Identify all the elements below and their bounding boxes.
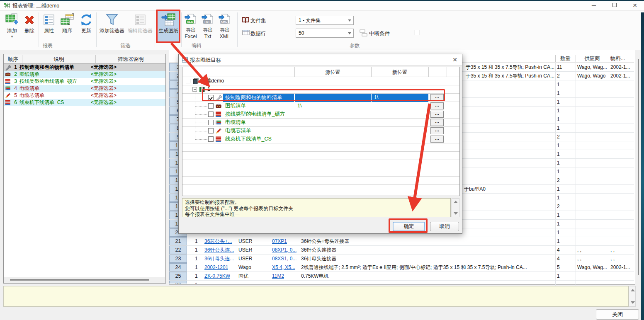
browse-button[interactable]: ...	[430, 102, 444, 109]
fileset-select[interactable]: 1 - 文件集	[296, 16, 354, 25]
report-row-2[interactable]: 2 图纸清单 <无筛选器>	[4, 71, 165, 78]
cell-part-link[interactable]: 2002-1201	[204, 263, 228, 272]
row-description: 电缆芯清单	[19, 92, 44, 99]
cancel-button[interactable]: 取消	[430, 222, 459, 231]
row-order: 1	[11, 64, 17, 71]
row-number-header[interactable]: 22	[169, 246, 187, 254]
col-header-order[interactable]: 顺序	[4, 56, 22, 63]
cell-part-link[interactable]: ZK-0.75KW	[204, 272, 230, 280]
row-number-header[interactable]: 23	[169, 255, 187, 263]
row-number-header[interactable]: 26	[169, 281, 187, 284]
cell-part-link[interactable]: 36针母头连...	[204, 255, 234, 263]
row-number-header[interactable]: 21	[169, 237, 187, 245]
close-button[interactable]: ✕	[626, 1, 644, 10]
cell-description-tail: 于35 x 15 和 35 x 7.5导轨; Push-in CA...	[466, 72, 554, 80]
break-condition-checkbox[interactable]	[415, 30, 420, 35]
report-row-1[interactable]: 1 按制造商和包的物料清单 <无筛选器>	[4, 64, 165, 71]
note-line-1: 选择要绘制的报表配置。	[185, 199, 448, 206]
scroll-up-icon[interactable]	[454, 201, 458, 203]
report-checkbox[interactable]	[208, 120, 214, 125]
table-row[interactable]: 26 1	[169, 281, 634, 284]
cancel-button-label: 取消	[440, 223, 450, 229]
add-report-button[interactable]: 添加 ▼	[3, 12, 21, 50]
table-row[interactable]: 21 1 36芯公头+... USER 07XP1 36针公头+母头连接器 1	[169, 237, 634, 246]
report-row-5[interactable]: 5 电缆芯清单 <无筛选器>	[4, 92, 165, 99]
cell-part-link[interactable]: 36针公头连...	[204, 246, 234, 254]
col-header-part[interactable]: 物料...	[609, 55, 634, 62]
cell-supplier: Wago, Wag...	[577, 63, 607, 71]
cell-device-link[interactable]: 08XS1, 0...	[272, 255, 296, 263]
scroll-down-icon[interactable]	[454, 212, 458, 215]
refresh-button[interactable]: 更新	[78, 12, 95, 50]
cell-quantity: 1	[557, 89, 560, 97]
cell-count: 1	[195, 272, 198, 280]
report-checkbox[interactable]	[208, 112, 214, 117]
browse-button[interactable]: ...	[430, 136, 444, 143]
table-vertical-scrollbar[interactable]	[636, 55, 641, 284]
cell-quantity: 2	[557, 72, 560, 80]
report-row-6[interactable]: 6 线束机下线清单_CS <无筛选器>	[4, 99, 165, 106]
cell-part-link[interactable]: 36芯公头+...	[204, 237, 232, 245]
cell-description: 36针公头连接器	[301, 246, 336, 254]
cell-quantity: 5	[557, 263, 560, 272]
dialog-close-button[interactable]: ✕	[451, 56, 459, 63]
export-xml-button[interactable]: XML 导出 XML	[216, 12, 233, 50]
scroll-up-icon[interactable]	[631, 289, 635, 291]
cell-device-link[interactable]: X5 4, X5...	[272, 263, 295, 272]
row-order: 6	[11, 99, 17, 106]
col-header-supplier[interactable]: 供应商	[576, 55, 609, 62]
browse-button[interactable]: ...	[430, 127, 444, 134]
tree-item-row[interactable]: 按线类型的电线清单_硕方 ...	[182, 110, 459, 119]
delete-x-icon	[23, 13, 36, 27]
maximize-button[interactable]	[605, 1, 624, 10]
scrollbar-thumb[interactable]	[10, 279, 149, 281]
annotation-box-selected-row	[202, 89, 445, 101]
report-checkbox[interactable]	[208, 128, 214, 133]
datarows-select[interactable]: 50	[296, 29, 354, 38]
maximize-icon	[612, 2, 617, 8]
report-checkbox[interactable]	[208, 103, 214, 109]
close-window-button[interactable]: 关闭	[596, 309, 639, 320]
note-line-3: 每个报表在文件集中唯一	[185, 211, 448, 218]
table-row[interactable]: 23 1 36针母头连... USER 08XS1, 0... 36针母头连接器…	[169, 255, 634, 263]
pen-icon	[216, 128, 222, 134]
tree-root-row[interactable]: 二维demo	[182, 77, 459, 85]
dropdown-caret-icon: ▼	[3, 35, 21, 39]
tree-item-row[interactable]: 电缆芯清单 ...	[182, 127, 459, 135]
col-header-target[interactable]: 新位置	[371, 69, 428, 76]
cell-device-link[interactable]: 11M2	[272, 272, 284, 280]
row-number-header[interactable]: 24	[169, 263, 187, 272]
message-area-scrollbar[interactable]	[629, 286, 636, 307]
table-row[interactable]: 24 1 2002-1201 Wago X5 4, X5... 2线普通接线端子…	[169, 263, 634, 272]
browse-button[interactable]: ...	[430, 111, 444, 118]
col-header-description[interactable]: 说明	[22, 56, 95, 63]
scrollbar-thumb[interactable]	[638, 59, 639, 275]
tree-item-row[interactable]: 线束机下线清单_CS ...	[182, 135, 459, 143]
cell-count: 1	[195, 263, 198, 272]
row-description: 图纸清单	[19, 71, 39, 78]
note-scrollbar[interactable]	[452, 198, 459, 217]
cell-device-link[interactable]: 07XP1	[272, 237, 287, 245]
row-number-header[interactable]: 25	[169, 272, 187, 280]
col-header-filter[interactable]: 筛选器说明	[96, 56, 165, 63]
cell-count: 1	[195, 237, 198, 245]
wire-list-icon	[5, 99, 11, 105]
minimize-button[interactable]: ─	[585, 1, 603, 10]
horizontal-scrollbar[interactable]	[4, 277, 165, 283]
collapse-icon[interactable]	[186, 79, 190, 83]
tree-item-row[interactable]: 图纸清单 1\ ...	[182, 102, 459, 110]
col-header-source[interactable]: 源位置	[294, 69, 371, 76]
datarows-label: 数据行	[250, 30, 266, 37]
scroll-down-icon[interactable]	[631, 301, 635, 304]
col-header-qty[interactable]: 数量	[555, 55, 576, 62]
report-row-4[interactable]: 4 电缆清单 <无筛选器>	[4, 85, 165, 92]
table-row[interactable]: 22 1 36针公头连... USER 08XP1, 0... 36针公头连接器…	[169, 246, 634, 255]
cell-device-link[interactable]: 08XP1, 0...	[272, 246, 296, 254]
table-row[interactable]: 25 1 ZK-0.75KW 国优 11M2 0.75KW电机 1	[169, 272, 634, 281]
report-row-3[interactable]: 3 按线类型的电线清单_硕方 <无筛选器>	[4, 78, 165, 85]
browse-button[interactable]: ...	[430, 119, 444, 126]
properties-label: 属性	[40, 27, 58, 34]
tree-item-row[interactable]: 电缆清单 ...	[182, 119, 459, 127]
report-checkbox[interactable]	[208, 136, 214, 142]
row-description: 按制造商和包的物料清单	[19, 64, 74, 71]
